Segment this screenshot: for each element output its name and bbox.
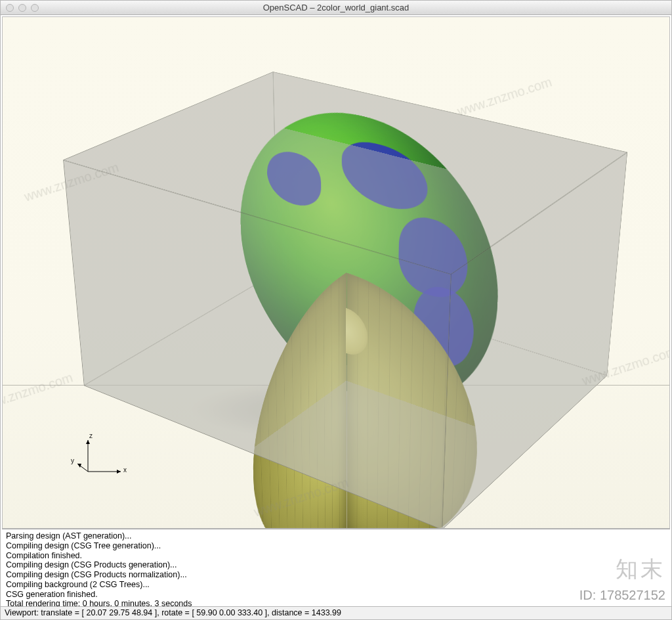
svg-marker-4 bbox=[86, 440, 90, 444]
console-line: Compiling design (CSG Products generatio… bbox=[6, 560, 666, 570]
minimize-icon[interactable] bbox=[18, 4, 26, 12]
axis-lines-icon bbox=[75, 432, 140, 485]
axis-z-label: z bbox=[89, 432, 93, 439]
status-text: Viewport: translate = [ 20.07 29.75 48.9… bbox=[5, 608, 341, 617]
console-line: Compiling design (CSG Products normaliza… bbox=[6, 570, 666, 580]
content-area: x y z www.znzmo.com www.znzmo.com www.zn… bbox=[1, 15, 671, 619]
window-title: OpenSCAD – 2color_world_giant.scad bbox=[1, 3, 671, 12]
svg-marker-3 bbox=[117, 470, 121, 474]
console-panel[interactable]: Parsing design (AST generation)... Compi… bbox=[2, 529, 670, 606]
axis-y-label: y bbox=[71, 457, 74, 464]
app-window: OpenSCAD – 2color_world_giant.scad bbox=[0, 0, 672, 620]
status-bar: Viewport: translate = [ 20.07 29.75 48.9… bbox=[1, 606, 671, 619]
window-controls bbox=[1, 4, 39, 12]
console-line: CSG generation finished. bbox=[6, 590, 666, 600]
titlebar[interactable]: OpenSCAD – 2color_world_giant.scad bbox=[1, 1, 671, 15]
axis-x-label: x bbox=[123, 466, 127, 474]
console-line: Total rendering time: 0 hours, 0 minutes… bbox=[6, 599, 666, 606]
zoom-icon[interactable] bbox=[31, 4, 39, 12]
console-line: Compilation finished. bbox=[6, 551, 666, 561]
axis-gizmo: x y z bbox=[75, 432, 140, 485]
console-line: Parsing design (AST generation)... bbox=[6, 531, 666, 541]
console-line: Compiling design (CSG Tree generation)..… bbox=[6, 541, 666, 551]
svg-marker-5 bbox=[77, 464, 81, 468]
console-line: Compiling background (2 CSG Trees)... bbox=[6, 580, 666, 590]
3d-viewport[interactable]: x y z www.znzmo.com www.znzmo.com www.zn… bbox=[2, 16, 670, 529]
close-icon[interactable] bbox=[6, 4, 14, 12]
